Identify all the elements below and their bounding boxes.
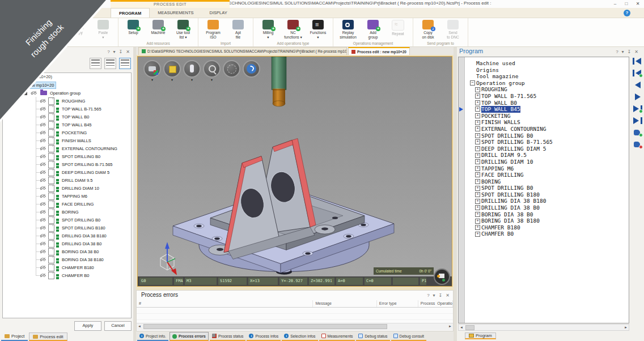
expand-icon[interactable] [475, 205, 480, 210]
operation-row[interactable]: SPOT DRILLING B180 [3, 224, 131, 232]
expand-icon[interactable] [475, 166, 480, 171]
program-operation-row[interactable]: FINISH WALLS [465, 119, 629, 126]
operation-row[interactable]: TOP WALL B45 [3, 121, 131, 129]
ribbon-button[interactable]: Add group [362, 19, 384, 41]
operations-tree[interactable]: ( Re-process mp10+20) new mp10+20 Operat… [2, 73, 132, 318]
expand-icon[interactable] [475, 93, 480, 99]
hidden-eye-icon[interactable] [39, 218, 46, 222]
hidden-eye-icon[interactable] [39, 154, 46, 159]
bottom-tab[interactable]: Process infos [247, 332, 281, 341]
ribbon-button[interactable]: Paste ▾ [92, 19, 115, 45]
program-tree[interactable]: Machine used Origins Tool magazine Opera… [458, 57, 629, 323]
ribbon-button[interactable]: Milling ▾ [257, 19, 279, 41]
scroll-left-icon[interactable]: ◄ [459, 325, 464, 331]
chevron-down-icon[interactable]: ▾ [211, 78, 213, 82]
go-next-op-icon[interactable] [633, 105, 642, 113]
expand-icon[interactable] [475, 126, 480, 131]
expand-icon[interactable] [475, 219, 480, 224]
program-operation-row[interactable]: TOP WALL B0 [465, 100, 629, 106]
hidden-eye-icon[interactable] [39, 249, 46, 254]
cancel-button[interactable]: Cancel [104, 321, 132, 331]
panel-menu-icon[interactable]: ▾ [433, 293, 435, 298]
program-static-row[interactable]: Origins [465, 67, 629, 74]
program-operation-row[interactable]: ROUGHING [465, 86, 629, 93]
expand-icon[interactable] [475, 212, 480, 217]
chevron-down-icon[interactable]: ▾ [191, 78, 193, 82]
expand-icon[interactable] [475, 139, 480, 144]
operation-row[interactable]: DRILL DIAM 9.5 [3, 176, 131, 184]
expand-icon[interactable] [475, 186, 480, 191]
stock-icon[interactable] [163, 60, 181, 78]
hidden-eye-icon[interactable] [39, 241, 46, 246]
expand-icon[interactable] [475, 133, 480, 138]
program-operation-row[interactable]: CHAMFER B180 [465, 224, 629, 231]
program-operation-row[interactable]: TOP WALL B45 [465, 106, 629, 113]
hidden-eye-icon[interactable] [39, 233, 46, 238]
expand-icon[interactable] [475, 192, 480, 197]
3d-scene[interactable] [138, 57, 452, 286]
view-mode-detailed-button[interactable] [119, 58, 131, 69]
operation-row[interactable]: DEEP DRILLING DIAM 5 [3, 168, 131, 176]
hidden-eye-icon[interactable] [39, 265, 46, 270]
operation-row[interactable]: DRILLING DIA 38 B180 [3, 232, 131, 240]
ribbon-tab[interactable]: PROGRAM [111, 8, 150, 18]
output-add-icon[interactable] [633, 129, 642, 137]
expand-icon[interactable] [475, 172, 480, 177]
panel-tab[interactable]: Project [1, 333, 28, 341]
chevron-down-icon[interactable]: ▾ [151, 78, 153, 82]
panel-help-icon[interactable]: ? [107, 49, 109, 54]
view-mode-medium-button[interactable] [104, 58, 116, 69]
hidden-eye-icon[interactable] [39, 225, 46, 230]
operation-row[interactable]: ROUGHING [3, 97, 131, 105]
panel-close-icon[interactable]: ✕ [634, 49, 638, 54]
ribbon-button[interactable]: Send to DNC [442, 19, 464, 41]
operation-row[interactable]: FINISH WALLS [3, 137, 131, 144]
program-operation-row[interactable]: DRILLING DIA 38 B180 [465, 198, 629, 204]
operation-row[interactable]: TOP WALL B0 [3, 113, 131, 121]
panel-pin-icon[interactable]: ↧ [119, 49, 123, 54]
hidden-eye-icon[interactable] [30, 91, 37, 95]
help-icon[interactable]: ? [624, 10, 630, 16]
panel-tab[interactable]: Process edit [29, 333, 67, 341]
close-button[interactable]: ✕ [633, 0, 643, 7]
operation-group-label[interactable]: Operation group [50, 91, 80, 96]
apply-button[interactable]: Apply [74, 321, 101, 331]
hidden-eye-icon[interactable] [39, 130, 46, 135]
ribbon-tab[interactable]: DISPLAY [202, 8, 235, 18]
program-operation-row[interactable]: SPOT DRILLING B180 [465, 191, 629, 198]
program-operation-row[interactable]: SPOT DRILLING B0 [465, 133, 629, 139]
tool-icon[interactable] [183, 60, 201, 78]
bottom-tab[interactable]: Debug consult [391, 332, 426, 341]
expand-icon[interactable] [475, 199, 480, 204]
program-operation-row[interactable]: TOP WALL B-71.565 [465, 93, 629, 100]
operation-row[interactable]: CHAMFER B0 [3, 271, 131, 279]
go-previous-op-icon[interactable] [633, 69, 642, 77]
expand-icon[interactable] [475, 120, 480, 125]
hidden-eye-icon[interactable] [39, 210, 46, 214]
bottom-tab[interactable]: Selection infos [282, 332, 317, 341]
hidden-eye-icon[interactable] [39, 186, 46, 190]
view-mode-compact-button[interactable] [90, 58, 101, 69]
go-first-icon[interactable] [633, 57, 642, 65]
panel-menu-icon[interactable]: ▾ [622, 49, 624, 54]
program-group-row[interactable]: Operation group [465, 80, 629, 87]
program-operation-row[interactable]: DRILLING DIAM 10 [465, 159, 629, 165]
operation-row[interactable]: BORING DIA 38 B180 [3, 255, 131, 263]
ribbon-button[interactable]: Use tool list ▾ [172, 19, 194, 41]
hidden-eye-icon[interactable] [39, 114, 46, 119]
ribbon-tab[interactable]: MEASUREMENTS [150, 8, 201, 18]
program-static-row[interactable]: Machine used [465, 60, 629, 67]
program-operation-row[interactable]: DRILLING DIA 38 B0 [465, 204, 629, 211]
panel-help-icon[interactable]: ? [427, 293, 429, 298]
maximize-button[interactable]: □ [621, 0, 632, 7]
expand-icon[interactable] [475, 146, 480, 151]
ribbon-button[interactable]: NC functions ▾ [282, 19, 304, 41]
bottom-tab[interactable]: Project info. [137, 332, 168, 341]
tab-program[interactable]: Program [465, 333, 496, 339]
output-remove-icon[interactable] [633, 140, 642, 148]
hidden-eye-icon[interactable] [39, 162, 46, 167]
program-operation-row[interactable]: POCKETING [465, 113, 629, 120]
tab-simulation-view[interactable]: D:\Data\SPRING TECHNOLOGIES\NCSIMUL SOLU… [138, 47, 347, 55]
operation-row[interactable]: SPOT DRILLING B0 [3, 152, 131, 160]
operation-row[interactable]: SPOT DRILLING B0 [3, 216, 131, 224]
